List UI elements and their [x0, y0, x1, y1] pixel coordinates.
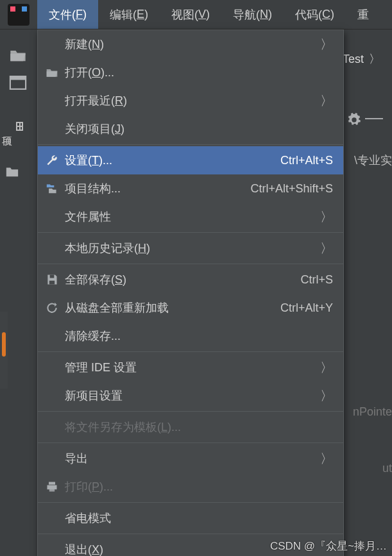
- menu-item-label: 省电模式: [61, 510, 333, 526]
- menu-shortcut: Ctrl+S: [300, 273, 333, 287]
- menu-item-6[interactable]: 项目结构...Ctrl+Alt+Shift+S: [38, 174, 343, 203]
- menu-shortcut: Ctrl+Alt+Y: [280, 301, 333, 315]
- menu-5[interactable]: 重: [346, 0, 380, 29]
- menu-item-label: 新项目设置: [61, 388, 320, 403]
- breadcrumb-test[interactable]: Test 〉: [343, 51, 380, 67]
- gear-icon[interactable]: [347, 113, 361, 127]
- print-icon: [43, 480, 61, 493]
- menu-separator: [38, 264, 343, 264]
- menu-separator: [38, 144, 343, 145]
- chevron-right-icon: 〉: [320, 208, 333, 226]
- menu-item-label: 导出: [61, 451, 320, 466]
- menu-item-21: 打印(P)...: [38, 473, 343, 501]
- menu-shortcut: Ctrl+Alt+Shift+S: [250, 182, 333, 196]
- save-icon: [43, 273, 61, 286]
- wrench-icon: [43, 154, 61, 167]
- chevron-right-icon: 〉: [320, 359, 333, 376]
- menubar: 文件(F)编辑(E)视图(V)导航(N)代码(C)重: [0, 0, 392, 29]
- menu-item-label: 新建(N): [61, 37, 320, 52]
- reload-icon: [43, 301, 61, 314]
- menu-item-11[interactable]: 全部保存(S)Ctrl+S: [38, 265, 343, 294]
- project-grid-icon: [16, 122, 23, 131]
- menu-separator: [38, 411, 343, 412]
- menu-item-label: 关闭项目(J): [61, 121, 333, 137]
- window-icon[interactable]: [9, 76, 27, 91]
- breadcrumb-fragment: \专业实: [354, 153, 392, 168]
- svg-rect-4: [49, 482, 55, 485]
- menu-item-label: 打开(O)...: [61, 65, 333, 80]
- menu-item-20[interactable]: 导出〉: [38, 444, 343, 473]
- watermark: CSDN @『众星~捧月…: [270, 539, 387, 553]
- menu-separator: [38, 502, 343, 503]
- folder-icon[interactable]: [5, 165, 19, 178]
- folder-open-icon[interactable]: [9, 47, 27, 63]
- chevron-right-icon: 〉: [320, 92, 333, 110]
- menu-separator: [38, 232, 343, 233]
- menu-separator: [38, 442, 343, 443]
- menu-E[interactable]: 编辑(E): [98, 0, 160, 29]
- menu-item-3[interactable]: 关闭项目(J): [38, 115, 343, 143]
- menu-item-label: 打开最近(R): [61, 93, 320, 108]
- menu-item-16[interactable]: 新项目设置〉: [38, 382, 343, 410]
- menu-separator: [38, 351, 343, 352]
- svg-rect-6: [49, 489, 55, 492]
- menu-item-12[interactable]: 从磁盘全部重新加载Ctrl+Alt+Y: [38, 294, 343, 322]
- code-hint: ut: [382, 462, 392, 475]
- menu-item-15[interactable]: 管理 IDE 设置〉: [38, 353, 343, 382]
- app-icon: [8, 4, 30, 26]
- svg-rect-1: [10, 76, 26, 80]
- menu-item-label: 设置(T)...: [61, 153, 280, 168]
- menu-item-label: 将文件另存为模板(L)...: [61, 419, 333, 435]
- scroll-thumb[interactable]: [2, 332, 6, 357]
- menu-F[interactable]: 文件(F): [37, 0, 98, 29]
- scrollbar[interactable]: [0, 312, 8, 389]
- chevron-right-icon: 〉: [320, 240, 333, 257]
- menu-item-7[interactable]: 文件属性〉: [38, 203, 343, 231]
- menu-item-2[interactable]: 打开最近(R)〉: [38, 87, 343, 115]
- menu-item-13[interactable]: 清除缓存...: [38, 322, 343, 350]
- menu-item-label: 从磁盘全部重新加载: [61, 300, 280, 316]
- menu-item-9[interactable]: 本地历史记录(H)〉: [38, 234, 343, 262]
- project-tool-tab[interactable]: 项目: [0, 122, 23, 135]
- menu-item-label: 全部保存(S): [61, 272, 300, 287]
- menu-item-23[interactable]: 省电模式: [38, 504, 343, 532]
- file-menu-dropdown: 新建(N)〉打开(O)...打开最近(R)〉关闭项目(J)设置(T)...Ctr…: [37, 29, 344, 556]
- toolbar-left: [0, 29, 36, 91]
- menu-item-1[interactable]: 打开(O)...: [38, 58, 343, 87]
- menu-V[interactable]: 视图(V): [160, 0, 221, 29]
- code-hint: nPointe: [353, 405, 392, 419]
- menu-shortcut: Ctrl+Alt+S: [280, 154, 333, 167]
- menu-separator: [38, 534, 343, 534]
- chevron-right-icon: 〉: [320, 36, 333, 53]
- menu-item-label: 清除缓存...: [61, 328, 333, 344]
- menu-N[interactable]: 导航(N): [221, 0, 284, 29]
- chevron-right-icon: 〉: [369, 51, 380, 67]
- menu-item-label: 打印(P)...: [61, 479, 333, 494]
- chevron-right-icon: 〉: [320, 387, 333, 405]
- menu-item-label: 项目结构...: [61, 181, 250, 196]
- menu-item-0[interactable]: 新建(N)〉: [38, 30, 343, 58]
- menu-item-label: 本地历史记录(H): [61, 240, 320, 256]
- chevron-right-icon: 〉: [320, 450, 333, 468]
- minimize-icon[interactable]: —: [365, 113, 383, 122]
- menu-item-label: 管理 IDE 设置: [61, 360, 320, 375]
- project-structure-icon: [43, 183, 61, 194]
- svg-rect-3: [49, 281, 55, 285]
- menu-C[interactable]: 代码(C): [284, 0, 346, 29]
- folder-open-icon: [43, 67, 61, 78]
- svg-rect-2: [50, 275, 55, 278]
- menu-item-18: 将文件另存为模板(L)...: [38, 413, 343, 441]
- menu-item-label: 文件属性: [61, 209, 320, 224]
- menu-item-5[interactable]: 设置(T)...Ctrl+Alt+S: [38, 146, 343, 174]
